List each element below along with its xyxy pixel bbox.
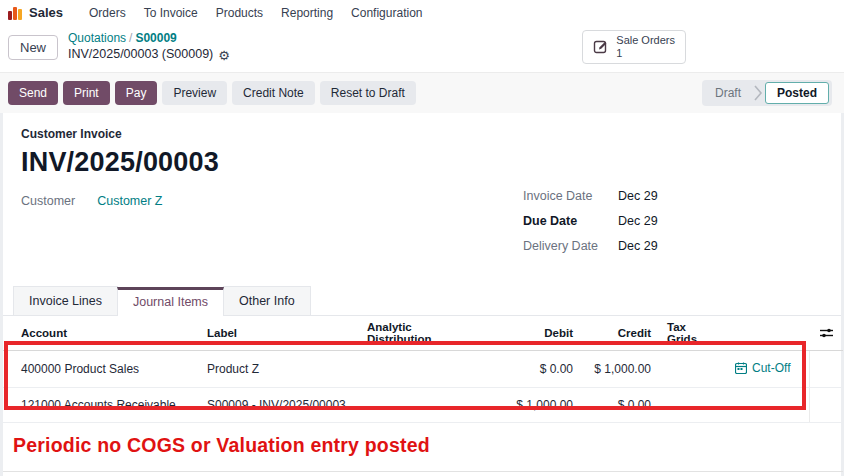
tab-other-info[interactable]: Other Info [223,286,311,315]
nav-item-to-invoice[interactable]: To Invoice [144,6,198,20]
sale-orders-label: Sale Orders [616,34,675,47]
totals-row: $ 1,000.00 $ 1,000.00 [3,471,843,476]
sales-app-icon [8,6,22,20]
customer-link[interactable]: Customer Z [97,194,162,208]
cell-credit[interactable]: $ 0.00 [581,388,659,423]
reset-to-draft-button[interactable]: Reset to Draft [320,81,416,105]
status-bar: Draft Posted [702,80,832,106]
app-name[interactable]: Sales [29,5,63,20]
cell-tax-grids[interactable] [659,351,717,388]
table-row[interactable]: 121000 Accounts Receivable S00009 - INV/… [3,388,843,423]
cell-label[interactable]: S00009 - INV/2025/00003 [199,388,359,423]
col-credit[interactable]: Credit [581,316,659,351]
nav-item-reporting[interactable]: Reporting [281,6,333,20]
nav-item-products[interactable]: Products [216,6,263,20]
cell-label[interactable]: Product Z [199,351,359,388]
breadcrumb-order-link[interactable]: S00009 [135,31,176,45]
delivery-date-label: Delivery Date [523,239,618,253]
customer-label: Customer [21,194,75,208]
breadcrumb-quotations-link[interactable]: Quotations [68,31,126,45]
delivery-date-value[interactable]: Dec 29 [618,239,658,253]
table-row[interactable]: 400000 Product Sales Product Z $ 0.00 $ … [3,351,843,388]
sale-orders-stat-button[interactable]: Sale Orders 1 [582,30,686,64]
breadcrumb-separator: / [129,31,132,45]
send-button[interactable]: Send [8,81,58,105]
cell-account[interactable]: 121000 Accounts Receivable [3,388,199,423]
preview-button[interactable]: Preview [162,81,227,105]
cell-debit[interactable]: $ 0.00 [473,351,581,388]
breadcrumb-row: New Quotations/S00009 INV/2025/00003 (S0… [0,25,844,73]
top-navbar: Sales Orders To Invoice Products Reporti… [0,0,844,25]
cut-off-button[interactable]: Cut-Off [735,361,790,375]
cell-debit[interactable]: $ 1,000.00 [473,388,581,423]
edit-note-icon [593,39,609,55]
tab-invoice-lines[interactable]: Invoice Lines [13,286,118,315]
app-brand[interactable]: Sales [8,5,63,20]
annotation-text: Periodic no COGS or Valuation entry post… [3,423,841,457]
gear-icon[interactable]: ⚙ [218,49,230,62]
cell-account[interactable]: 400000 Product Sales [3,351,199,388]
invoice-date-value[interactable]: Dec 29 [618,189,658,203]
chevron-right-icon [753,84,763,102]
table-header-row: Account Label Analytic Distribution Debi… [3,316,843,351]
due-date-label: Due Date [523,214,618,228]
invoice-number: INV/2025/00003 [21,147,523,178]
sale-orders-count: 1 [616,47,675,60]
tab-journal-items[interactable]: Journal Items [117,287,224,316]
nav-item-orders[interactable]: Orders [89,6,126,20]
cell-analytic[interactable] [359,388,473,423]
col-debit[interactable]: Debit [473,316,581,351]
breadcrumb-current: INV/2025/00003 (S00009) [68,47,213,63]
journal-items-table: Account Label Analytic Distribution Debi… [3,316,841,423]
invoice-type-label: Customer Invoice [21,127,523,141]
invoice-form-sheet: Customer Invoice INV/2025/00003 Customer… [3,113,841,476]
col-tax-grids[interactable]: Tax Grids [659,316,717,351]
pay-button[interactable]: Pay [115,81,158,105]
new-button[interactable]: New [8,35,58,60]
optional-columns-icon[interactable] [809,316,843,351]
status-draft[interactable]: Draft [705,83,751,103]
cell-analytic[interactable] [359,351,473,388]
nav-item-configuration[interactable]: Configuration [351,6,422,20]
print-button[interactable]: Print [63,81,110,105]
col-analytic-distribution[interactable]: Analytic Distribution [359,316,473,351]
breadcrumb: Quotations/S00009 INV/2025/00003 (S00009… [68,31,230,63]
invoice-date-label: Invoice Date [523,189,618,203]
col-account[interactable]: Account [3,316,199,351]
credit-note-button[interactable]: Credit Note [232,81,315,105]
control-panel: Send Print Pay Preview Credit Note Reset… [0,73,844,113]
cell-tax-grids[interactable] [659,388,717,423]
due-date-value[interactable]: Dec 29 [618,214,658,228]
status-posted[interactable]: Posted [765,82,829,104]
col-label[interactable]: Label [199,316,359,351]
cell-credit[interactable]: $ 1,000.00 [581,351,659,388]
notebook-tabs: Invoice Lines Journal Items Other Info [3,286,841,316]
calendar-icon [735,362,747,374]
